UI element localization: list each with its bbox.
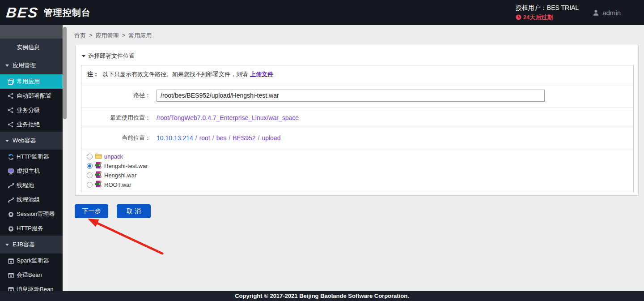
path-separator: / bbox=[195, 134, 197, 142]
breadcrumb-home[interactable]: 首页 bbox=[74, 32, 86, 40]
sidebar-item-message-driven-bean[interactable]: 消息驱动Bean bbox=[0, 282, 63, 291]
path-separator: / bbox=[229, 134, 230, 142]
sidebar-item-http-service[interactable]: HTTP服务 bbox=[0, 221, 63, 236]
panel-title: 选择部署文件位置 bbox=[88, 52, 135, 60]
sidebar-item-business-grading[interactable]: 业务分级 bbox=[0, 103, 63, 117]
sidebar-item-common-apps[interactable]: 常用应用 bbox=[0, 74, 63, 89]
user-icon bbox=[592, 9, 600, 17]
scrollbar-thumb[interactable] bbox=[63, 27, 67, 119]
upload-file-link[interactable]: 上传文件 bbox=[250, 70, 273, 78]
cancel-button[interactable]: 取 消 bbox=[117, 204, 151, 218]
sidebar-item-auto-deploy-config[interactable]: 自动部署配置 bbox=[0, 89, 63, 103]
chevron-down-icon bbox=[5, 140, 9, 142]
breadcrumb-app-management[interactable]: 应用管理 bbox=[96, 32, 119, 40]
gear-icon bbox=[7, 225, 14, 232]
sidebar-item-http-listener[interactable]: HTTP监听器 bbox=[0, 150, 63, 164]
brand: BES 管理控制台 bbox=[0, 5, 91, 20]
copyright-text: Copyright © 2017-2021 Beijing Baolande S… bbox=[235, 292, 409, 299]
file-row-unpack: unpack bbox=[87, 152, 633, 161]
sidebar-item-ejb-container[interactable]: EJB容器 bbox=[0, 236, 63, 254]
sidebar-item-business-reject[interactable]: 业务拒绝 bbox=[0, 117, 63, 132]
red-arrow-annotation bbox=[83, 215, 168, 260]
expiry-text: 24天后过期 bbox=[523, 13, 553, 22]
folder-icon bbox=[95, 153, 102, 161]
app-title: 管理控制台 bbox=[44, 7, 91, 19]
path-link-upload[interactable]: upload bbox=[262, 134, 280, 142]
sidebar-item-thread-pool[interactable]: 线程池 bbox=[0, 178, 63, 193]
panel-collapse-header[interactable]: 选择部署文件位置 bbox=[76, 45, 638, 60]
bes-logo: BES bbox=[5, 5, 39, 20]
sidebar-item-session-bean[interactable]: 会话Bean bbox=[0, 268, 63, 282]
monitor-icon bbox=[7, 168, 14, 175]
sidebar-item-virtual-host[interactable]: 虚拟主机 bbox=[0, 164, 63, 178]
next-step-button[interactable]: 下一步 bbox=[75, 204, 108, 218]
share-icon bbox=[7, 107, 14, 114]
sidebar-item-session-manager[interactable]: Session管理器 bbox=[0, 207, 63, 221]
note-row: 注： 以下只显示有效文件路径。如果您找不到部署文件，则请 上传文件 bbox=[81, 65, 633, 83]
deploy-location-panel: 选择部署文件位置 注： 以下只显示有效文件路径。如果您找不到部署文件，则请 上传… bbox=[75, 45, 639, 196]
radio-hengshi-test-war[interactable] bbox=[87, 163, 93, 169]
triangle-down-icon bbox=[82, 55, 85, 57]
apps-icon bbox=[7, 78, 14, 85]
sync-icon bbox=[7, 153, 14, 160]
sidebar-item-thread-pool-group[interactable]: 线程池组 bbox=[0, 193, 63, 207]
sidebar-item-app-management[interactable]: 应用管理 bbox=[0, 56, 63, 74]
footer: Copyright © 2017-2021 Beijing Baolande S… bbox=[0, 291, 644, 301]
box-icon bbox=[7, 257, 14, 264]
recent-location-link[interactable]: /root/TongWeb7.0.4.7_Enterprise_Linux/wa… bbox=[157, 114, 299, 121]
file-label-hengshi-test-war: Hengshi-test.war bbox=[104, 163, 148, 169]
sidebar-top-strip bbox=[0, 25, 63, 39]
path-label: 路径： bbox=[81, 91, 151, 99]
box-icon bbox=[7, 271, 14, 279]
license-info: 授权用户：BES TRIAL 24天后过期 bbox=[516, 4, 579, 22]
recent-location-row: 最近使用位置： /root/TongWeb7.0.4.7_Enterprise_… bbox=[81, 108, 633, 128]
main-content: 首页 > 应用管理 > 常用应用 选择部署文件位置 注： 以下只显示有效文件路径… bbox=[67, 25, 644, 291]
path-link-bes952[interactable]: BES952 bbox=[233, 134, 255, 142]
radio-root-war[interactable] bbox=[87, 182, 93, 188]
path-separator: / bbox=[212, 134, 214, 142]
breadcrumb-common-apps[interactable]: 常用应用 bbox=[128, 32, 152, 40]
sidebar-nav: 实例信息 应用管理 常用应用 自动部署配置 业务分级 业务拒绝 Web容器 bbox=[0, 25, 63, 291]
chevron-down-icon bbox=[5, 244, 9, 246]
username: admin bbox=[602, 9, 621, 17]
path-link-root[interactable]: root bbox=[199, 134, 210, 142]
file-label-root-war: ROOT.war bbox=[104, 181, 131, 188]
share-icon bbox=[7, 92, 14, 99]
breadcrumb: 首页 > 应用管理 > 常用应用 bbox=[74, 32, 152, 40]
path-link-bes[interactable]: bes bbox=[216, 134, 227, 142]
recent-location-label: 最近使用位置： bbox=[81, 114, 151, 122]
license-expiry: 24天后过期 bbox=[516, 13, 553, 22]
archive-icon bbox=[95, 171, 102, 180]
breadcrumb-separator: > bbox=[89, 32, 93, 40]
path-input[interactable] bbox=[157, 90, 545, 102]
file-row-hengshi-test: Hengshi-test.war bbox=[87, 161, 633, 171]
file-label-hengshi-war: Hengshi.war bbox=[104, 172, 136, 179]
app-header: BES 管理控制台 授权用户：BES TRIAL 24天后过期 admin bbox=[0, 0, 644, 25]
file-row-hengshi: Hengshi.war bbox=[87, 171, 633, 180]
current-location-label: 当前位置： bbox=[81, 134, 151, 142]
chevron-down-icon bbox=[5, 64, 9, 67]
note-prefix: 注： bbox=[87, 70, 99, 78]
path-separator: / bbox=[258, 134, 260, 142]
current-location-row: 当前位置： 10.10.13.214 / root / bes / BES952… bbox=[81, 128, 633, 148]
sidebar-item-web-container[interactable]: Web容器 bbox=[0, 132, 63, 150]
gear-icon bbox=[7, 211, 14, 218]
thread-icon bbox=[7, 196, 14, 203]
sidebar-item-spark-listener[interactable]: Spark监听器 bbox=[0, 254, 63, 268]
radio-unpack[interactable] bbox=[87, 154, 93, 159]
file-link-unpack[interactable]: unpack bbox=[104, 153, 123, 160]
thread-icon bbox=[7, 182, 14, 189]
note-text: 以下只显示有效文件路径。如果您找不到部署文件，则请 bbox=[102, 70, 248, 78]
file-list: unpack Hengshi-test.war Hengshi.war bbox=[81, 148, 633, 189]
clock-icon bbox=[516, 14, 521, 20]
sidebar-item-instance-info[interactable]: 实例信息 bbox=[0, 39, 63, 56]
archive-icon bbox=[95, 162, 102, 171]
licensed-user-label: 授权用户：BES TRIAL bbox=[516, 4, 579, 12]
radio-hengshi-war[interactable] bbox=[87, 172, 93, 178]
file-row-root: ROOT.war bbox=[87, 180, 633, 189]
user-menu[interactable]: admin bbox=[592, 9, 621, 17]
path-link-ip[interactable]: 10.10.13.214 bbox=[157, 134, 193, 142]
vertical-scrollbar[interactable] bbox=[63, 25, 67, 291]
current-location-path: 10.10.13.214 / root / bes / BES952 / upl… bbox=[157, 134, 280, 142]
deploy-form-box: 注： 以下只显示有效文件路径。如果您找不到部署文件，则请 上传文件 路径： 最近… bbox=[81, 65, 634, 192]
